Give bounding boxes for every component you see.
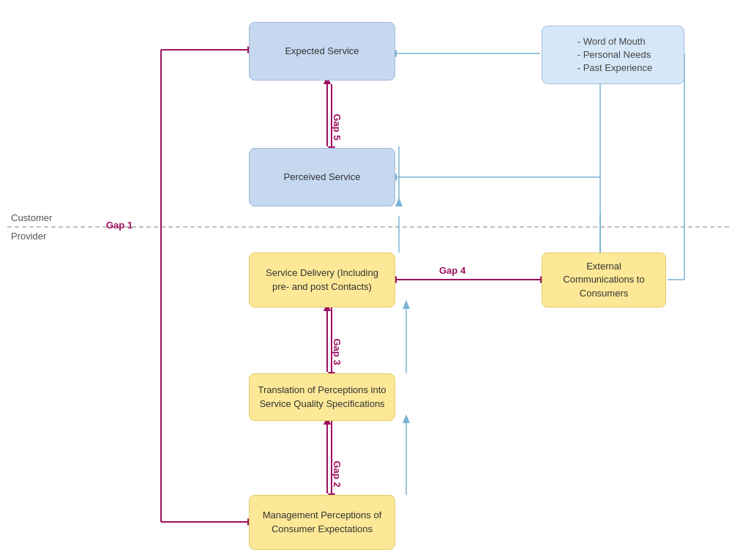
perceived-service-label: Perceived Service — [284, 171, 361, 184]
gap5-label: Gap 5 — [332, 114, 343, 141]
expected-service-label: Expected Service — [285, 45, 359, 58]
translation-box: Translation of Perceptions into Service … — [249, 373, 395, 421]
word-of-mouth-box: - Word of Mouth - Personal Needs - Past … — [542, 26, 684, 84]
gap1-label: Gap 1 — [106, 220, 132, 231]
translation-label: Translation of Perceptions into Service … — [257, 384, 387, 410]
external-comms-label: External Communications to Consumers — [550, 260, 658, 300]
customer-label: Customer — [11, 212, 52, 223]
external-comms-box: External Communications to Consumers — [542, 253, 666, 307]
gap4-label: Gap 4 — [439, 265, 466, 276]
service-delivery-box: Service Delivery (Including pre- and pos… — [249, 253, 395, 307]
service-delivery-label: Service Delivery (Including pre- and pos… — [257, 266, 387, 293]
diagram: { "boxes": { "expected_service": { "labe… — [0, 0, 740, 560]
word-of-mouth-label: - Word of Mouth - Personal Needs - Past … — [578, 35, 653, 75]
management-label: Management Perceptions of Consumer Expec… — [257, 509, 387, 535]
gap2-label: Gap 2 — [332, 461, 343, 488]
provider-label: Provider — [11, 231, 46, 242]
perceived-service-box: Perceived Service — [249, 148, 395, 206]
svg-marker-34 — [403, 414, 410, 423]
expected-service-box: Expected Service — [249, 22, 395, 81]
gap3-label: Gap 3 — [332, 339, 343, 365]
svg-marker-32 — [403, 300, 410, 309]
svg-marker-30 — [395, 198, 403, 206]
management-box: Management Perceptions of Consumer Expec… — [249, 495, 395, 550]
